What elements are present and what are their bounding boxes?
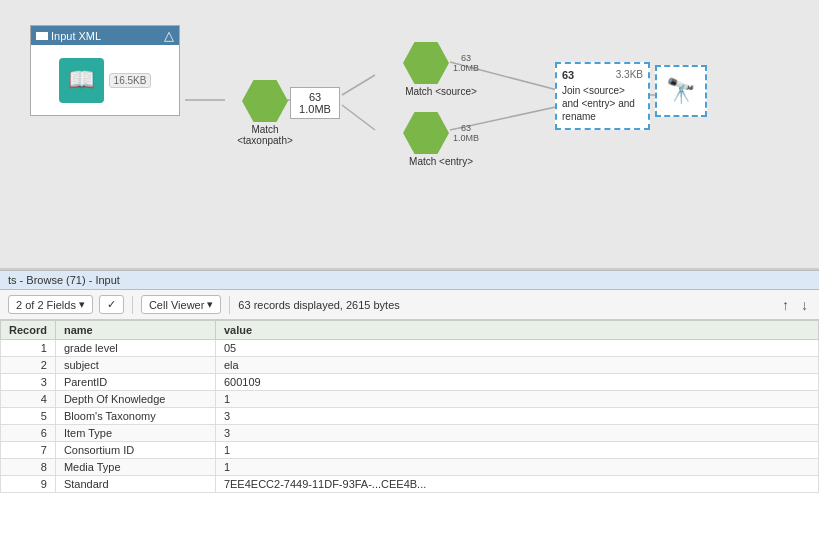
browse-node[interactable]: 🔭: [655, 65, 707, 117]
col-header-record: Record: [1, 321, 56, 340]
cell-name: Media Type: [55, 459, 215, 476]
svg-line-3: [342, 105, 375, 130]
cell-name: Bloom's Taxonomy: [55, 408, 215, 425]
table-body: 1grade level052subjectela3ParentID600109…: [1, 340, 819, 493]
fields-selector-label: 2 of 2 Fields: [16, 299, 76, 311]
entry-count: 63: [453, 123, 479, 133]
table-row: 7Consortium ID1: [1, 442, 819, 459]
hex-icon: [242, 80, 288, 122]
cell-value: 05: [215, 340, 818, 357]
table-row: 6Item Type3: [1, 425, 819, 442]
source-count: 63: [453, 53, 479, 63]
toolbar-separator-2: [229, 296, 230, 314]
cell-record: 6: [1, 425, 56, 442]
table-row: 4Depth Of Knowledge1: [1, 391, 819, 408]
table-row: 1grade level05: [1, 340, 819, 357]
node-size-badge: 16.5KB: [109, 73, 152, 88]
header-row: Record name value: [1, 321, 819, 340]
cell-value: ela: [215, 357, 818, 374]
cell-record: 8: [1, 459, 56, 476]
table-row: 2subjectela: [1, 357, 819, 374]
book-icon: 📖: [59, 58, 104, 103]
node-title-bar: Input XML △: [31, 26, 179, 45]
cell-record: 7: [1, 442, 56, 459]
table-row: 5Bloom's Taxonomy3: [1, 408, 819, 425]
cell-name: grade level: [55, 340, 215, 357]
cell-value: 7EE4ECC2-7449-11DF-93FA-...CEE4B...: [215, 476, 818, 493]
cell-record: 9: [1, 476, 56, 493]
canvas-area: Input XML △ 📖 16.5KB Match <taxonpath> 6…: [0, 0, 819, 270]
rect-count-node: 63 1.0MB: [290, 87, 340, 119]
hex-icon-source: [403, 42, 449, 84]
node-title-label: Input XML: [51, 30, 101, 42]
cell-value: 600109: [215, 374, 818, 391]
node-collapse-btn[interactable]: △: [164, 28, 174, 43]
join-count: 63: [562, 69, 574, 81]
cell-record: 4: [1, 391, 56, 408]
node-join[interactable]: 63 3.3KB Join <source> and <entry> and r…: [555, 62, 650, 130]
toolbar-separator: [132, 296, 133, 314]
join-size: 3.3KB: [616, 69, 643, 81]
cell-viewer-chevron: ▾: [207, 298, 213, 311]
rect-size: 1.0MB: [298, 103, 332, 115]
data-table-scroll[interactable]: Record name value 1grade level052subject…: [0, 320, 819, 493]
chevron-down-icon: ▾: [79, 298, 85, 311]
cell-value: 1: [215, 459, 818, 476]
join-label: Join <source> and <entry> and rename: [562, 84, 643, 123]
cell-viewer-btn[interactable]: Cell Viewer ▾: [141, 295, 221, 314]
data-table: Record name value 1grade level052subject…: [0, 320, 819, 493]
source-label: Match <source>: [405, 86, 477, 97]
cell-name: Consortium ID: [55, 442, 215, 459]
svg-line-2: [342, 75, 375, 95]
checkmark-btn[interactable]: ✓: [99, 295, 124, 314]
records-info: 63 records displayed, 2615 bytes: [238, 299, 773, 311]
cell-record: 2: [1, 357, 56, 374]
node-input-xml[interactable]: Input XML △ 📖 16.5KB: [30, 25, 180, 116]
arrow-down-btn[interactable]: ↓: [798, 297, 811, 313]
cell-viewer-label: Cell Viewer: [149, 299, 204, 311]
binoculars-icon: 🔭: [666, 77, 696, 105]
cell-value: 3: [215, 425, 818, 442]
cell-name: Depth Of Knowledge: [55, 391, 215, 408]
cell-value: 1: [215, 442, 818, 459]
table-row: 8Media Type1: [1, 459, 819, 476]
hex-icon-entry: [403, 112, 449, 154]
panel-header-text: ts - Browse (71) - Input: [8, 274, 120, 286]
node-match-entry[interactable]: 63 1.0MB Match <entry>: [403, 112, 479, 167]
table-header: Record name value: [1, 321, 819, 340]
cell-record: 3: [1, 374, 56, 391]
cell-value: 1: [215, 391, 818, 408]
cell-name: Standard: [55, 476, 215, 493]
panel-header: ts - Browse (71) - Input: [0, 271, 819, 290]
fields-selector-btn[interactable]: 2 of 2 Fields ▾: [8, 295, 93, 314]
table-row: 9Standard7EE4ECC2-7449-11DF-93FA-...CEE4…: [1, 476, 819, 493]
col-header-value: value: [215, 321, 818, 340]
cell-record: 1: [1, 340, 56, 357]
rect-count: 63: [298, 91, 332, 103]
hex-label: Match <taxonpath>: [225, 124, 305, 146]
arrow-up-btn[interactable]: ↑: [779, 297, 792, 313]
source-size: 1.0MB: [453, 63, 479, 73]
entry-size: 1.0MB: [453, 133, 479, 143]
col-header-name: name: [55, 321, 215, 340]
checkmark-icon: ✓: [107, 298, 116, 311]
toolbar: 2 of 2 Fields ▾ ✓ Cell Viewer ▾ 63 recor…: [0, 290, 819, 320]
cell-name: subject: [55, 357, 215, 374]
bottom-panel: ts - Browse (71) - Input 2 of 2 Fields ▾…: [0, 270, 819, 555]
entry-label: Match <entry>: [409, 156, 473, 167]
node-match-source[interactable]: 63 1.0MB Match <source>: [403, 42, 479, 97]
node-body: 📖 16.5KB: [31, 45, 179, 115]
cell-value: 3: [215, 408, 818, 425]
cell-record: 5: [1, 408, 56, 425]
table-row: 3ParentID600109: [1, 374, 819, 391]
cell-name: Item Type: [55, 425, 215, 442]
cell-name: ParentID: [55, 374, 215, 391]
